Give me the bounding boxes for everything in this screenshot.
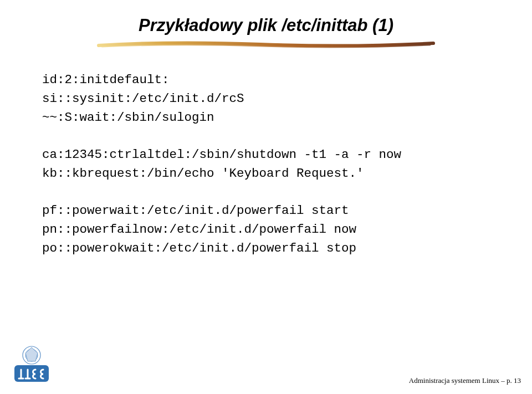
code-line: ca:12345:ctrlaltdel:/sbin/shutdown -t1 -…: [42, 147, 401, 162]
code-line: po::powerokwait:/etc/init.d/powerfail st…: [42, 241, 356, 255]
code-line: ~~:S:wait:/sbin/sulogin: [42, 110, 214, 125]
slide-header: Przykładowy plik /etc/inittab (1): [0, 0, 532, 52]
code-line: pn::powerfailnow:/etc/init.d/powerfail n…: [42, 222, 356, 237]
institution-logo: [10, 343, 53, 386]
title-underline-stroke: [94, 40, 438, 50]
slide-footer: Administracja systemem Linux – p. 13: [409, 376, 521, 385]
code-line: kb::kbrequest:/bin/echo 'Keyboard Reques…: [42, 166, 364, 181]
code-line: id:2:initdefault:: [42, 73, 170, 87]
code-block: id:2:initdefault: si::sysinit:/etc/init.…: [0, 52, 532, 258]
slide-title: Przykładowy plik /etc/inittab (1): [0, 16, 532, 35]
code-line: pf::powerwait:/etc/init.d/powerfail star…: [42, 203, 349, 218]
code-line: si::sysinit:/etc/init.d/rcS: [42, 91, 244, 106]
svg-marker-2: [25, 347, 38, 361]
